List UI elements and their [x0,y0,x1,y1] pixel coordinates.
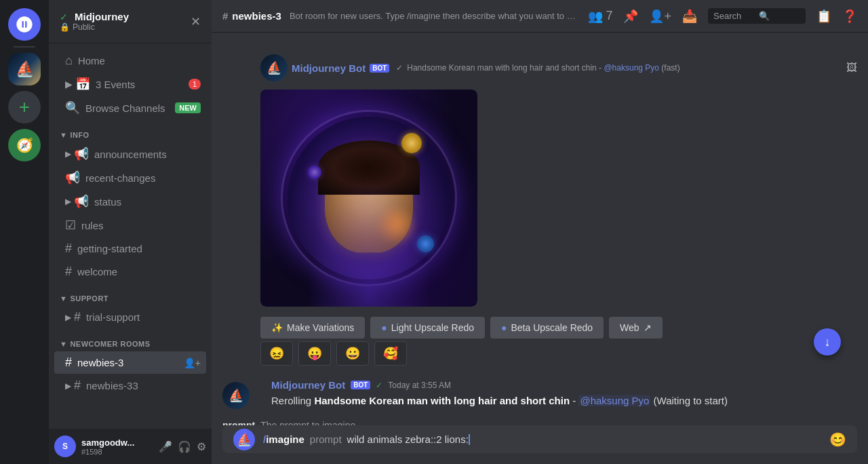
browse-channels-icon: 🔍 [65,100,80,115]
status-text: (Waiting to start) [654,395,728,406]
server-icon-midjourney[interactable]: ⛵ [8,53,41,85]
newcomer-rooms-expand-icon[interactable]: ▼ [60,340,67,348]
user-controls: 🎤 🎧 ⚙ [159,440,206,453]
bot-author-1: Midjourney Bot [292,62,366,74]
rules-channel[interactable]: ☑ rules [54,214,206,237]
newbies-33-label: newbies-33 [86,380,201,391]
channel-list: ⌂ Home ▶ 📅 3 Events 1 🔍 Browse Channels … [49,43,212,429]
emoji-button[interactable]: 😊 [829,431,846,448]
status-expand-icon: ▶ [65,197,71,206]
light-upscale-redo-button[interactable]: ● Light Upscale Redo [370,317,485,339]
welcome-channel[interactable]: # welcome [54,260,206,283]
channel-header-desc: Bot room for new users. Type /imagine th… [290,11,580,21]
inbox-icon[interactable]: 📥 [682,9,697,24]
newcomer-rooms-label: NEWCOMER ROOMS [70,340,150,348]
search-icon: 🔍 [759,11,800,21]
home-item[interactable]: ⌂ Home [54,50,206,72]
newbies-3-label: newbies-3 [77,357,184,368]
server-header[interactable]: ✓ Midjourney 🔒 Public ✕ [49,0,212,43]
settings-icon[interactable]: ⚙ [197,440,206,453]
events-badge: 1 [189,79,201,90]
command-name: imagine [266,433,304,445]
newbies-3-icon: # [65,355,72,370]
input-avatar: ⛵ [233,429,255,450]
browse-channels-new-badge: NEW [175,102,201,113]
info-expand-icon[interactable]: ▼ [60,131,67,139]
user-avatar: S [54,436,76,457]
light-upscale-label: Light Upscale Redo [391,322,474,333]
newbies-33-channel[interactable]: ▶ # newbies-33 [54,374,206,397]
command-display: / imagine prompt wild animals zebra::2 l… [263,425,821,453]
reaction-grin-button[interactable]: 😀 [336,341,369,366]
support-expand-icon[interactable]: ▼ [60,294,67,303]
ai-image [260,90,477,307]
reaction-hearts-button[interactable]: 🥰 [374,341,407,366]
bot-avatar-1: ⛵ [260,54,288,81]
command-value: wild animals zebra::2 lions: [347,433,469,445]
make-variations-label: Make Variations [287,322,354,333]
getting-started-channel[interactable]: # getting-started [54,237,206,260]
announcements-icon: 📢 [74,147,89,161]
mention-user: @haksung Pyo [578,395,650,406]
help-icon[interactable]: ❓ [842,9,857,24]
explore-servers-button[interactable]: 🧭 [8,129,41,161]
scroll-to-bottom-button[interactable]: ↓ [814,328,841,355]
bot-author-2: Midjourney Bot [271,379,345,391]
support-label: SUPPORT [70,294,108,303]
reaction-tired-button[interactable]: 😖 [260,341,293,366]
beta-upscale-redo-button[interactable]: ● Beta Upscale Redo [490,317,604,339]
bottom-glow [260,90,477,307]
search-box[interactable]: Search 🔍 [708,8,806,24]
announcements-channel[interactable]: ▶ 📢 announcements [54,142,206,166]
make-variations-icon: ✨ [271,322,283,333]
newbies-33-expand-icon: ▶ [65,381,71,391]
prompt-hint-row: prompt The prompt to imagine [212,412,868,425]
add-member-icon[interactable]: 👤+ [649,9,671,24]
messages-area: ⛵ Midjourney Bot BOT ✓ Handsome Korean m… [212,33,868,425]
microphone-icon[interactable]: 🎤 [159,440,172,453]
action-buttons-row: ✨ Make Variations ● Light Upscale Redo ●… [260,317,857,339]
section-newcomer-rooms: ▼ NEWCOMER ROOMS [49,329,212,351]
beta-upscale-label: Beta Upscale Redo [511,322,593,333]
web-label: Web [620,322,639,333]
headphones-icon[interactable]: 🎧 [178,440,191,453]
message-header-1: ⛵ Midjourney Bot BOT ✓ Handsome Korean m… [260,54,857,81]
reroll-prompt-text: Handsome Korean man with long hair and s… [314,395,570,406]
browse-channels-item[interactable]: 🔍 Browse Channels NEW [54,96,206,119]
pin-icon[interactable]: 📌 [623,9,638,24]
bot-badge-1: BOT [370,64,389,73]
welcome-icon: # [65,265,72,279]
trial-support-channel[interactable]: ▶ # trial-support [54,306,206,328]
events-label: 3 Events [96,79,189,90]
message-input-area: ⛵ / imagine prompt wild animals zebra::2… [212,425,868,464]
server-menu-icon[interactable]: ✕ [191,14,201,29]
newbies-3-channel[interactable]: # newbies-3 👤+ [54,351,206,374]
main-content: # newbies-3 Bot room for new users. Type… [212,0,868,464]
bot-badge-2: BOT [351,381,370,389]
input-avatar-icon: ⛵ [237,432,252,447]
message-input-box[interactable]: ⛵ / imagine prompt wild animals zebra::2… [222,425,857,453]
reaction-tongue-button[interactable]: 😛 [298,341,331,366]
newbies-3-add-member-icon[interactable]: 👤+ [184,357,201,368]
section-support: ▼ SUPPORT [49,284,212,305]
add-server-button[interactable]: + [8,91,41,123]
message-subtext-1: Handsome Korean man with long hair and s… [407,63,679,73]
events-item[interactable]: ▶ 📅 3 Events 1 [54,73,206,96]
image-icon-1[interactable]: 🖼 [846,62,857,74]
status-icon: 📢 [74,194,89,209]
events-icon: 📅 [75,77,90,92]
recent-changes-channel[interactable]: 📢 recent-changes [54,166,206,189]
prompt-label: prompt [222,420,255,425]
user-info: samgoodw... #1598 [81,438,153,456]
channel-header: # newbies-3 Bot room for new users. Type… [212,0,868,33]
status-channel[interactable]: ▶ 📢 status [54,190,206,213]
newbies-33-icon: # [74,379,81,393]
channel-hash-icon: # [222,10,228,22]
make-variations-button[interactable]: ✨ Make Variations [260,317,365,339]
message-header-2: Midjourney Bot BOT ✓ Today at 3:55 AM [271,379,857,391]
inbox-2-icon[interactable]: 📋 [816,9,831,24]
rules-icon: ☑ [65,218,76,233]
discord-home-button[interactable] [8,8,41,41]
web-button[interactable]: Web ↗ [609,317,663,339]
recent-changes-label: recent-changes [85,172,201,184]
